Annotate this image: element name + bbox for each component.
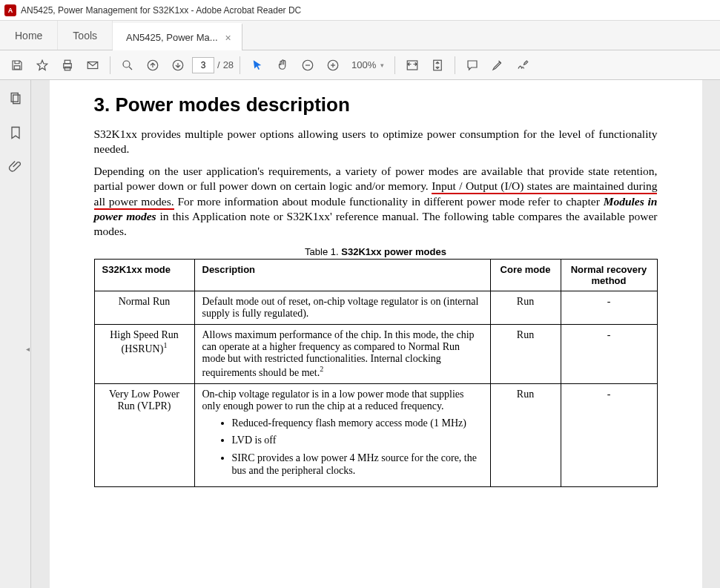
svg-rect-3 — [65, 60, 70, 64]
cell-recovery: - — [561, 291, 657, 324]
page-indicator: / 28 — [192, 57, 234, 73]
page-up-icon[interactable] — [142, 54, 164, 76]
window-titlebar: A AN5425, Power Management for S32K1xx -… — [0, 0, 720, 21]
tab-tools[interactable]: Tools — [58, 21, 113, 50]
desc-text: On-chip voltage regulator is in a low po… — [202, 389, 464, 412]
window-title: AN5425, Power Management for S32K1xx - A… — [21, 5, 301, 16]
separator — [110, 56, 110, 74]
para2-b: For more information about module functi… — [174, 195, 604, 208]
cell-recovery: - — [561, 324, 657, 383]
th-recovery: Normal recovery method — [561, 259, 657, 291]
star-icon[interactable] — [31, 54, 53, 76]
save-icon[interactable] — [6, 54, 28, 76]
zoom-dropdown[interactable]: 100% ▾ — [347, 59, 389, 70]
print-icon[interactable] — [56, 54, 79, 76]
separator — [240, 56, 240, 74]
separator — [394, 56, 395, 74]
highlight-icon[interactable] — [486, 54, 509, 76]
th-desc: Description — [194, 259, 490, 291]
zoom-in-icon[interactable] — [322, 54, 344, 76]
caption-prefix: Table 1. — [305, 246, 341, 257]
page-content: 3. Power modes description S32K1xx provi… — [50, 80, 702, 588]
section-heading: 3. Power modes description — [94, 93, 658, 116]
mode-text: High Speed Run (HSRUN) — [110, 329, 179, 354]
svg-rect-17 — [11, 93, 18, 102]
svg-rect-4 — [65, 67, 70, 70]
th-core: Core mode — [490, 259, 561, 291]
svg-point-6 — [123, 61, 130, 67]
toolbar: / 28 100% ▾ — [0, 50, 720, 80]
cell-desc: Default mode out of reset, on-chip volta… — [194, 291, 490, 324]
nav-rail: ◂ — [0, 80, 31, 588]
email-icon[interactable] — [82, 54, 104, 76]
close-icon[interactable]: × — [225, 32, 231, 44]
tab-document-label: AN5425, Power Ma... — [126, 32, 218, 43]
page-input[interactable] — [192, 57, 214, 73]
desc-text: Allows maximum performance of the chip. … — [202, 329, 475, 378]
table-caption: Table 1. S32K1xx power modes — [94, 246, 658, 257]
cell-mode: Very Low Power Run (VLPR) — [94, 383, 194, 486]
attachment-icon[interactable] — [6, 157, 25, 176]
chevron-down-icon: ▾ — [377, 62, 384, 69]
select-icon[interactable] — [246, 54, 268, 76]
list-item: SIRC provides a low power 4 MHz source f… — [232, 452, 483, 478]
paragraph-2: Depending on the user application's requ… — [94, 164, 658, 239]
svg-rect-18 — [13, 95, 19, 104]
cell-core: Run — [490, 383, 561, 486]
cell-recovery: - — [561, 383, 657, 486]
sign-icon[interactable] — [512, 54, 534, 76]
comment-icon[interactable] — [461, 54, 483, 76]
table-row: Very Low Power Run (VLPR) On-chip voltag… — [94, 383, 657, 486]
tab-bar: Home Tools AN5425, Power Ma... × — [0, 21, 720, 50]
content-area: ◂ 3. Power modes description S32K1xx pro… — [0, 80, 720, 588]
paragraph-1: S32K1xx provides multiple power options … — [94, 127, 658, 156]
desc-sup: 2 — [320, 365, 323, 373]
separator — [455, 56, 455, 74]
svg-rect-0 — [14, 65, 20, 69]
fit-page-icon[interactable] — [426, 54, 449, 76]
document-viewport[interactable]: 3. Power modes description S32K1xx provi… — [31, 80, 720, 588]
zoom-out-icon[interactable] — [297, 54, 319, 76]
mode-sup: 1 — [163, 341, 167, 349]
page-down-icon[interactable] — [167, 54, 189, 76]
bookmark-icon[interactable] — [6, 123, 25, 142]
find-icon[interactable] — [116, 54, 139, 76]
cell-core: Run — [490, 324, 561, 383]
page-total: 28 — [223, 59, 234, 70]
para2-c: in this Application note or S32K1xx' ref… — [94, 210, 658, 237]
table-row: Normal Run Default mode out of reset, on… — [94, 291, 657, 324]
zoom-value: 100% — [351, 59, 376, 70]
tab-home[interactable]: Home — [0, 21, 58, 50]
list-item: LVD is off — [232, 434, 483, 447]
hand-icon[interactable] — [271, 54, 294, 76]
acrobat-icon: A — [4, 4, 16, 16]
cell-desc: On-chip voltage regulator is in a low po… — [194, 383, 490, 486]
power-modes-table: S32K1xx mode Description Core mode Norma… — [94, 259, 658, 487]
thumbnails-icon[interactable] — [6, 89, 25, 108]
cell-core: Run — [490, 291, 561, 324]
cell-mode: Normal Run — [94, 291, 194, 324]
cell-desc: Allows maximum performance of the chip. … — [194, 324, 490, 383]
svg-line-7 — [129, 67, 132, 70]
th-mode: S32K1xx mode — [94, 259, 194, 291]
caption-title: S32K1xx power modes — [341, 246, 446, 257]
desc-bullets: Reduced-frequency flash memory access mo… — [202, 417, 483, 478]
svg-marker-1 — [37, 60, 47, 70]
list-item: Reduced-frequency flash memory access mo… — [232, 417, 483, 430]
fit-width-icon[interactable] — [401, 54, 423, 76]
page-sep: / — [217, 59, 220, 70]
table-row: High Speed Run (HSRUN)1 Allows maximum p… — [94, 324, 657, 383]
cell-mode: High Speed Run (HSRUN)1 — [94, 324, 194, 383]
collapse-rail-icon[interactable]: ◂ — [24, 334, 31, 364]
tab-document[interactable]: AN5425, Power Ma... × — [113, 23, 242, 50]
